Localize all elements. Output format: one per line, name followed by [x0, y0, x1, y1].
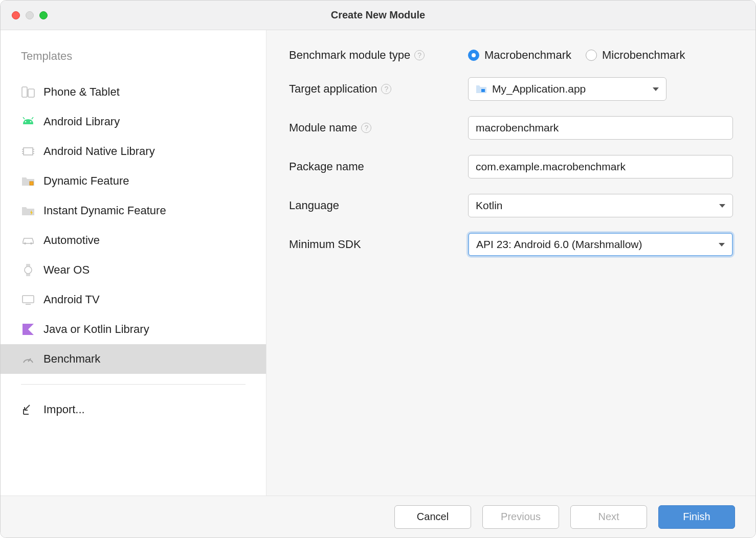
svg-rect-1 [28, 89, 34, 97]
cancel-button[interactable]: Cancel [394, 505, 471, 529]
window-title: Create New Module [331, 9, 425, 21]
label-text: Module name [289, 121, 357, 134]
svg-point-15 [30, 242, 32, 244]
kotlin-icon [21, 323, 35, 335]
sidebar-item-wear-os[interactable]: Wear OS [1, 255, 266, 285]
sidebar-item-dynamic-feature[interactable]: Dynamic Feature [1, 166, 266, 196]
svg-point-2 [25, 121, 27, 123]
svg-line-5 [32, 117, 33, 119]
target-app-label: Target application ? [289, 82, 468, 96]
android-icon [21, 116, 35, 128]
next-button: Next [570, 505, 647, 529]
dialog-window: Create New Module Templates Phone & Tabl… [0, 0, 756, 538]
module-folder-icon [476, 84, 487, 94]
radio-macrobenchmark[interactable]: Macrobenchmark [468, 49, 571, 62]
folder-dynamic-icon [21, 175, 35, 187]
svg-rect-6 [24, 148, 33, 155]
sidebar: Templates Phone & Tablet Android Library… [1, 30, 266, 496]
maximize-icon[interactable] [39, 11, 48, 19]
svg-rect-18 [26, 274, 30, 276]
templates-header: Templates [1, 50, 266, 77]
traffic-lights [12, 11, 48, 19]
module-name-input[interactable] [468, 116, 733, 140]
min-sdk-select[interactable]: API 23: Android 6.0 (Marshmallow) [468, 233, 733, 256]
car-icon [21, 234, 35, 246]
sidebar-item-benchmark[interactable]: Benchmark [1, 344, 266, 374]
finish-button[interactable]: Finish [658, 505, 735, 529]
select-value: API 23: Android 6.0 (Marshmallow) [476, 238, 642, 251]
sidebar-item-android-native-library[interactable]: Android Native Library [1, 137, 266, 166]
chevron-down-icon [719, 204, 725, 208]
language-select[interactable]: Kotlin [468, 194, 733, 217]
sidebar-item-label: Android Native Library [43, 145, 155, 158]
form-panel: Benchmark module type ? Macrobenchmark M… [266, 30, 755, 496]
label-text: Target application [289, 82, 377, 96]
sidebar-item-android-library[interactable]: Android Library [1, 107, 266, 137]
radio-icon [468, 50, 479, 61]
sidebar-item-label: Java or Kotlin Library [43, 323, 149, 336]
minimize-icon [26, 11, 34, 19]
sidebar-item-label: Wear OS [43, 263, 90, 277]
svg-rect-13 [30, 182, 33, 185]
target-app-select[interactable]: My_Application.app [468, 77, 666, 101]
sidebar-item-label: Dynamic Feature [43, 174, 129, 188]
chevron-down-icon [719, 243, 725, 246]
help-icon[interactable]: ? [414, 50, 425, 60]
module-type-radios: Macrobenchmark Microbenchmark [468, 49, 733, 62]
sidebar-item-import[interactable]: Import... [1, 395, 266, 424]
titlebar: Create New Module [1, 1, 755, 30]
sidebar-item-label: Automotive [43, 234, 100, 247]
module-type-label: Benchmark module type ? [289, 49, 468, 62]
sidebar-item-label: Benchmark [43, 352, 100, 366]
svg-point-3 [30, 121, 32, 123]
package-name-label: Package name [289, 160, 468, 173]
svg-point-14 [24, 242, 26, 244]
radio-label: Macrobenchmark [484, 49, 571, 62]
package-name-input[interactable] [468, 155, 733, 178]
label-text: Minimum SDK [289, 238, 361, 251]
sidebar-item-android-tv[interactable]: Android TV [1, 285, 266, 315]
label-text: Language [289, 199, 339, 212]
svg-line-4 [23, 117, 25, 119]
tv-icon [21, 294, 35, 306]
help-icon[interactable]: ? [361, 123, 371, 133]
import-icon [21, 404, 35, 416]
sidebar-item-phone-tablet[interactable]: Phone & Tablet [1, 77, 266, 107]
select-value: My_Application.app [492, 83, 586, 95]
svg-rect-17 [26, 264, 30, 266]
sidebar-item-instant-dynamic-feature[interactable]: Instant Dynamic Feature [1, 196, 266, 226]
radio-microbenchmark[interactable]: Microbenchmark [586, 49, 685, 62]
sidebar-item-label: Instant Dynamic Feature [43, 204, 166, 217]
svg-point-16 [25, 266, 32, 274]
label-text: Package name [289, 160, 364, 173]
cpp-icon [21, 145, 35, 158]
sidebar-item-java-kotlin-library[interactable]: Java or Kotlin Library [1, 315, 266, 344]
sidebar-item-automotive[interactable]: Automotive [1, 226, 266, 255]
select-value: Kotlin [476, 199, 503, 212]
sidebar-item-label: Android TV [43, 293, 100, 306]
sidebar-item-label: Android Library [43, 115, 120, 128]
chevron-down-icon [653, 87, 659, 91]
label-text: Benchmark module type [289, 49, 410, 62]
previous-button: Previous [482, 505, 559, 529]
phone-tablet-icon [21, 86, 35, 98]
svg-rect-19 [23, 296, 34, 303]
radio-icon [586, 50, 597, 61]
min-sdk-label: Minimum SDK [289, 238, 468, 251]
radio-label: Microbenchmark [602, 49, 685, 62]
close-icon[interactable] [12, 11, 20, 19]
svg-rect-22 [481, 89, 485, 92]
folder-instant-icon [21, 205, 35, 217]
help-icon[interactable]: ? [381, 84, 391, 94]
gauge-icon [21, 353, 35, 365]
sidebar-divider [21, 384, 246, 385]
watch-icon [21, 264, 35, 276]
svg-rect-0 [22, 87, 27, 97]
language-label: Language [289, 199, 468, 212]
module-name-label: Module name ? [289, 121, 468, 134]
dialog-footer: Cancel Previous Next Finish [1, 496, 755, 537]
sidebar-item-label: Import... [43, 403, 85, 416]
sidebar-item-label: Phone & Tablet [43, 85, 120, 99]
dialog-body: Templates Phone & Tablet Android Library… [1, 30, 755, 496]
